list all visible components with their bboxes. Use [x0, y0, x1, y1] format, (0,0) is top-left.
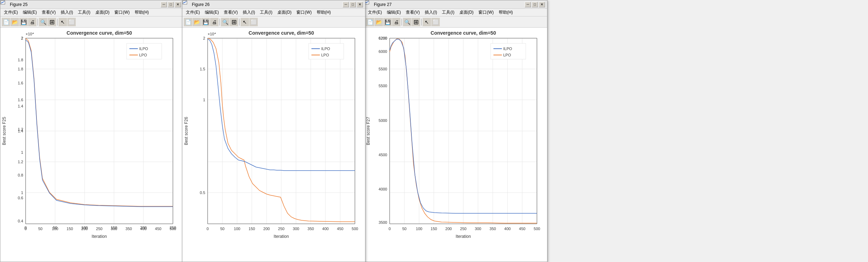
- toolbar-zoom-25[interactable]: 🔍: [39, 18, 47, 26]
- window-controls-25[interactable]: ─ □ ✕: [161, 2, 181, 7]
- toolbar-sep2-25: [57, 19, 58, 26]
- menu-file-26[interactable]: 文件(E): [184, 9, 202, 16]
- menu-desktop-26[interactable]: 桌面(D): [275, 9, 294, 16]
- toolbar-brush-27[interactable]: ⬜: [431, 18, 440, 26]
- svg-text:400: 400: [140, 227, 147, 231]
- title-bar-27: Figure 27 ─ □ ✕: [364, 0, 547, 9]
- svg-text:200: 200: [81, 227, 88, 231]
- close-btn-27[interactable]: ✕: [539, 2, 545, 7]
- menu-tools-27[interactable]: 工具(I): [440, 9, 456, 16]
- svg-text:1: 1: [203, 98, 205, 102]
- menu-edit-25[interactable]: 编辑(E): [21, 9, 39, 16]
- toolbar-zoom-26[interactable]: 🔍: [221, 18, 229, 26]
- toolbar-zoom-27[interactable]: 🔍: [403, 18, 411, 26]
- svg-text:2: 2: [21, 36, 23, 40]
- toolbar-new-27[interactable]: 📄: [366, 18, 374, 26]
- menu-insert-26[interactable]: 插入(I): [241, 9, 257, 16]
- svg-text:5000: 5000: [379, 118, 387, 123]
- toolbar-cursor-27[interactable]: ↖: [423, 18, 431, 26]
- svg-text:100: 100: [52, 227, 58, 231]
- toolbar-25: 📄 📂 💾 🖨 🔍 ⊞ ↖ ⬜: [0, 16, 183, 28]
- svg-text:2: 2: [203, 36, 205, 40]
- svg-text:100: 100: [234, 227, 240, 231]
- minimize-btn-26[interactable]: ─: [343, 2, 349, 7]
- toolbar-save-27[interactable]: 💾: [383, 18, 392, 26]
- toolbar-brush-26[interactable]: ⬜: [249, 18, 258, 26]
- window-icon-26: [184, 2, 190, 7]
- toolbar-cursor-25[interactable]: ↖: [59, 18, 67, 26]
- menu-window-27[interactable]: 窗口(W): [476, 9, 496, 16]
- menu-edit-26[interactable]: 编辑(E): [203, 9, 221, 16]
- menu-window-25[interactable]: 窗口(W): [112, 9, 132, 16]
- menu-file-25[interactable]: 文件(E): [2, 9, 20, 16]
- menu-help-25[interactable]: 帮助(H): [133, 9, 151, 16]
- svg-text:350: 350: [490, 227, 496, 231]
- menu-window-26[interactable]: 窗口(W): [294, 9, 314, 16]
- menu-help-26[interactable]: 帮助(H): [315, 9, 333, 16]
- toolbar-pan-26[interactable]: ⊞: [230, 18, 238, 26]
- svg-text:250: 250: [278, 227, 284, 231]
- menu-file-27[interactable]: 文件(E): [366, 9, 384, 16]
- menu-insert-27[interactable]: 插入(I): [423, 9, 439, 16]
- svg-text:1.8: 1.8: [18, 58, 23, 62]
- svg-text:350: 350: [126, 227, 132, 231]
- menu-edit-27[interactable]: 编辑(E): [385, 9, 403, 16]
- svg-text:150: 150: [67, 227, 73, 231]
- toolbar-print-27[interactable]: 🖨: [392, 18, 401, 26]
- restore-btn-25[interactable]: □: [168, 2, 174, 7]
- toolbar-new-26[interactable]: 📄: [184, 18, 192, 26]
- svg-text:×10⁴: ×10⁴: [26, 32, 34, 36]
- window-title-27: Figure 27: [374, 2, 525, 7]
- toolbar-new-25[interactable]: 📄: [2, 18, 10, 26]
- svg-text:5500: 5500: [379, 67, 387, 71]
- toolbar-save-25[interactable]: 💾: [19, 18, 28, 26]
- figure-27-window: Figure 27 ─ □ ✕ 文件(E) 编辑(E) 查看(V) 插入(I) …: [364, 0, 547, 262]
- svg-text:300: 300: [475, 227, 481, 231]
- close-btn-26[interactable]: ✕: [357, 2, 363, 7]
- toolbar-open-25[interactable]: 📂: [11, 18, 19, 26]
- toolbar-print-25[interactable]: 🖨: [28, 18, 36, 26]
- toolbar-print-26[interactable]: 🖨: [210, 18, 218, 26]
- menu-insert-25[interactable]: 插入(I): [59, 9, 75, 16]
- restore-btn-27[interactable]: □: [532, 2, 538, 7]
- menu-help-27[interactable]: 帮助(H): [497, 9, 515, 16]
- menu-desktop-27[interactable]: 桌面(D): [457, 9, 476, 16]
- svg-text:300: 300: [293, 227, 299, 231]
- figure-25-window: Figure 25 ─ □ ✕ 文件(E) 编辑(E) 查看(V) 插入(I) …: [0, 0, 183, 262]
- menu-desktop-25[interactable]: 桌面(D): [93, 9, 112, 16]
- svg-text:×10⁴: ×10⁴: [208, 32, 216, 36]
- svg-text:350: 350: [308, 227, 314, 231]
- svg-text:400: 400: [322, 227, 329, 231]
- restore-btn-26[interactable]: □: [350, 2, 356, 7]
- svg-text:0.8: 0.8: [18, 173, 23, 177]
- toolbar-sep2-27: [421, 19, 422, 26]
- chart-svg-25: 2 1.8 1.6 1.4 1.2 1 2 1.8 1.6 1.4 1.2 1 …: [0, 28, 183, 245]
- chart-svg-26: ×10⁴ 2 1.5 1 0.5 0 50 100 150 200 250 30…: [182, 28, 365, 245]
- svg-text:400: 400: [504, 227, 511, 231]
- menu-view-25[interactable]: 查看(V): [40, 9, 58, 16]
- svg-text:0.4: 0.4: [18, 219, 23, 223]
- menu-tools-26[interactable]: 工具(I): [258, 9, 274, 16]
- window-controls-26[interactable]: ─ □ ✕: [343, 2, 363, 7]
- window-controls-27[interactable]: ─ □ ✕: [525, 2, 545, 7]
- toolbar-pan-27[interactable]: ⊞: [412, 18, 420, 26]
- toolbar-cursor-26[interactable]: ↖: [241, 18, 249, 26]
- svg-text:Iteration: Iteration: [274, 234, 289, 239]
- toolbar-open-27[interactable]: 📂: [375, 18, 383, 26]
- title-bar-26: Figure 26 ─ □ ✕: [182, 0, 365, 9]
- minimize-btn-27[interactable]: ─: [525, 2, 531, 7]
- minimize-btn-25[interactable]: ─: [161, 2, 167, 7]
- svg-text:50: 50: [38, 227, 42, 231]
- close-btn-25[interactable]: ✕: [175, 2, 181, 7]
- chart-area-27: 6200 5500 6200 6000 5500 5000 4500 4000: [364, 28, 547, 262]
- svg-text:0.6: 0.6: [18, 196, 23, 200]
- toolbar-brush-25[interactable]: ⬜: [67, 18, 76, 26]
- menu-view-26[interactable]: 查看(V): [222, 9, 240, 16]
- svg-text:1.2: 1.2: [18, 127, 23, 131]
- toolbar-open-26[interactable]: 📂: [193, 18, 201, 26]
- toolbar-pan-25[interactable]: ⊞: [48, 18, 56, 26]
- menu-tools-25[interactable]: 工具(I): [76, 9, 92, 16]
- toolbar-save-26[interactable]: 💾: [201, 18, 210, 26]
- menu-view-27[interactable]: 查看(V): [404, 9, 422, 16]
- svg-text:1.2: 1.2: [18, 160, 23, 164]
